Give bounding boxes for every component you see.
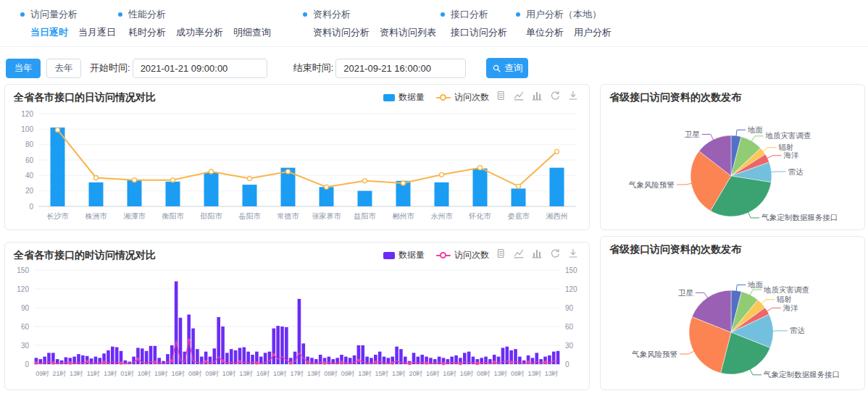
bullet-icon xyxy=(20,12,25,17)
svg-text:0: 0 xyxy=(25,361,29,368)
svg-text:13时: 13时 xyxy=(70,370,83,377)
nav-item[interactable]: 当月逐日 xyxy=(78,26,116,39)
nav-item[interactable]: 接口访问分析 xyxy=(451,26,507,39)
nav-item[interactable]: 明细查询 xyxy=(233,26,271,39)
line-marker xyxy=(35,362,37,364)
line-marker xyxy=(476,362,478,364)
current-year-button[interactable]: 当年 xyxy=(6,59,41,78)
line-marker xyxy=(401,181,406,185)
bar-type-icon[interactable] xyxy=(531,90,543,101)
line-marker xyxy=(391,362,393,364)
daily-combo-chart[interactable]: 020406080100120长沙市株洲市湘潭市衡阳市邵阳市岳阳市常德市张家界市… xyxy=(5,106,589,228)
svg-text:郴州市: 郴州市 xyxy=(393,212,415,220)
svg-text:15时: 15时 xyxy=(375,370,389,377)
daily-access-compare-panel: 全省各市接口的日访问情况对比 数据量访问次数 020406080100120长沙… xyxy=(4,84,590,230)
pie-label-line xyxy=(749,368,761,375)
line-marker xyxy=(137,358,139,360)
svg-text:16时: 16时 xyxy=(443,370,456,377)
line-marker xyxy=(341,361,343,363)
svg-text:邵阳市: 邵阳市 xyxy=(201,212,223,220)
nav-item[interactable]: 当日逐时 xyxy=(30,26,68,39)
query-button[interactable]: 查询 xyxy=(486,58,528,78)
svg-text:13时: 13时 xyxy=(493,370,507,377)
line-marker xyxy=(510,361,512,363)
line-marker xyxy=(306,361,309,363)
pie-label-line xyxy=(748,211,759,218)
svg-text:株洲市: 株洲市 xyxy=(85,212,108,220)
nav-group-label: 资料分析 xyxy=(313,8,351,21)
pie-label: 卫星 xyxy=(678,288,694,297)
legend-label: 访问次数 xyxy=(454,91,489,104)
svg-text:08时: 08时 xyxy=(324,370,338,377)
province-pie-chart-2[interactable]: 地面地质灾害调查辐射海洋雷达气象定制数据服务接口气象风险预警卫星 xyxy=(601,258,864,389)
pie-label: 地面 xyxy=(747,125,763,134)
line-marker xyxy=(409,362,411,364)
save-image-icon[interactable] xyxy=(567,248,579,259)
line-marker xyxy=(204,361,206,363)
svg-text:08时: 08时 xyxy=(188,370,202,377)
legend-label: 数据量 xyxy=(398,249,425,261)
bar-series[interactable] xyxy=(35,282,560,364)
line-marker xyxy=(171,360,173,362)
restore-icon[interactable] xyxy=(549,90,561,101)
bar-series[interactable] xyxy=(51,127,564,206)
restore-icon[interactable] xyxy=(549,248,561,259)
line-marker xyxy=(544,361,546,363)
legend-item[interactable]: 数据量 xyxy=(383,91,425,104)
svg-text:0: 0 xyxy=(29,203,33,211)
legend-item[interactable]: 数据量 xyxy=(383,249,425,261)
nav-group: 用户分析（本地）单位分析用户分析 xyxy=(516,8,612,39)
svg-text:09时: 09时 xyxy=(341,370,355,377)
nav-group-title: 访问量分析 xyxy=(20,8,116,21)
data-view-icon[interactable] xyxy=(495,248,506,259)
save-image-icon[interactable] xyxy=(567,90,579,101)
line-marker xyxy=(86,361,88,363)
svg-text:13时: 13时 xyxy=(392,370,406,377)
province-pie-chart-1[interactable]: 地面地质灾害调查辐射海洋雷达气象定制数据服务接口气象风险预警卫星 xyxy=(601,106,864,229)
search-icon xyxy=(492,64,501,73)
line-marker xyxy=(323,362,325,364)
nav-group-title: 接口分析 xyxy=(441,8,507,21)
nav-item[interactable]: 资料访问分析 xyxy=(313,26,370,39)
panel-header: 全省各市接口的日访问情况对比 数据量访问次数 xyxy=(5,85,589,106)
legend-item[interactable]: 访问次数 xyxy=(436,249,489,261)
end-time-input[interactable] xyxy=(335,59,466,78)
svg-text:16时: 16时 xyxy=(460,370,474,377)
line-marker xyxy=(238,361,241,363)
legend-item[interactable]: 访问次数 xyxy=(436,91,489,104)
pie-label: 气象定制数据服务接口 xyxy=(763,370,840,379)
legend-line-marker xyxy=(436,251,451,259)
nav-item[interactable]: 成功率分析 xyxy=(176,26,223,39)
bullet-icon xyxy=(118,12,122,17)
nav-group: 资料分析资料访问分析资料访问列表 xyxy=(303,8,436,39)
line-marker xyxy=(375,361,377,363)
nav-item[interactable]: 资料访问列表 xyxy=(380,26,436,39)
province-pie-panel-2: 省级接口访问资料的次数发布 地面地质灾害调查辐射海洋雷达气象定制数据服务接口气象… xyxy=(600,236,865,390)
start-time-input[interactable] xyxy=(133,59,267,78)
line-type-icon[interactable] xyxy=(513,90,525,101)
hourly-combo-chart[interactable]: 0030306060909012012015015009时21时13时11时13… xyxy=(5,264,589,388)
nav-item[interactable]: 耗时分析 xyxy=(128,26,166,39)
nav-group-title: 性能分析 xyxy=(118,8,271,21)
svg-text:10时: 10时 xyxy=(222,370,236,377)
svg-text:常德市: 常德市 xyxy=(277,212,300,220)
query-button-label: 查询 xyxy=(504,62,522,75)
data-view-icon[interactable] xyxy=(495,90,506,101)
line-marker xyxy=(493,361,496,363)
line-marker xyxy=(357,359,359,361)
last-year-button[interactable]: 去年 xyxy=(46,59,81,78)
line-marker xyxy=(154,361,156,363)
line-marker xyxy=(478,166,483,170)
nav-item[interactable]: 用户分析 xyxy=(574,26,612,39)
pie-label: 海洋 xyxy=(784,151,800,159)
line-type-icon[interactable] xyxy=(513,248,525,259)
pie-label: 地质灾害调查 xyxy=(763,285,809,294)
bar-type-icon[interactable] xyxy=(531,248,543,259)
line-marker xyxy=(290,362,292,364)
pie-label: 雷达 xyxy=(788,167,804,176)
nav-item[interactable]: 单位分析 xyxy=(526,26,564,39)
legend-label: 数据量 xyxy=(398,91,425,104)
nav-group-title: 资料分析 xyxy=(303,8,436,21)
nav-group-label: 访问量分析 xyxy=(30,8,78,21)
line-marker xyxy=(94,176,99,180)
